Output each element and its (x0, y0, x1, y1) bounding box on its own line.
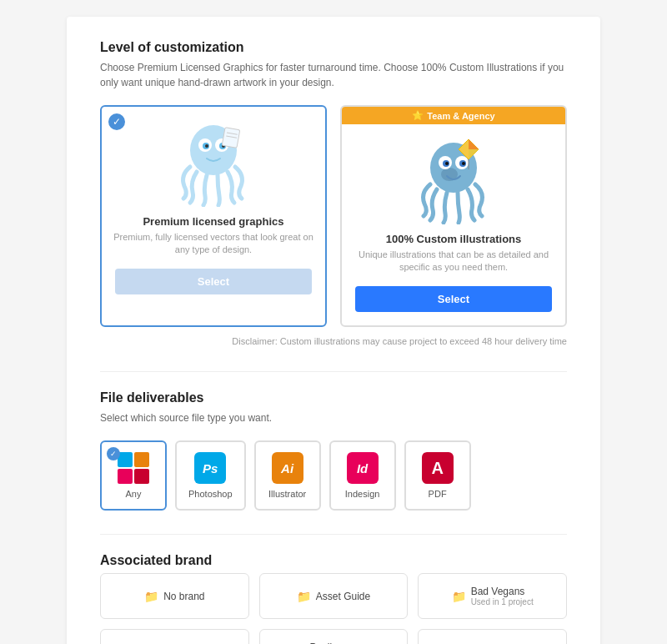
brand-grid: 📁 No brand 📁 Asset Guide 📁 Bad Vegans Us… (100, 573, 567, 644)
illustrator-icon: Ai (272, 452, 303, 484)
svg-rect-7 (222, 128, 240, 148)
divider-2 (100, 534, 567, 535)
brand-no-brand[interactable]: 📁 No brand (100, 573, 249, 619)
file-type-pdf[interactable]: A PDF (404, 440, 471, 511)
premium-card-label: Premium licensed graphics (102, 215, 325, 228)
customization-section: Level of customization Choose Premium Li… (100, 40, 567, 348)
svg-point-5 (205, 144, 208, 148)
brand-name-no-brand: No brand (163, 591, 204, 602)
brand-marvel[interactable]: 📁 Marvel (100, 629, 249, 644)
check-icon: ✓ (108, 113, 125, 130)
file-type-indesign[interactable]: Id Indesign (329, 440, 396, 511)
star-icon: ⭐ (412, 110, 424, 121)
brand-penji[interactable]: 📁 Penji Used in 9 projects (259, 629, 409, 644)
file-deliverables-desc: Select which source file type you want. (100, 410, 567, 425)
brand-new-brand[interactable]: 📁 New brand (418, 629, 567, 644)
brand-bad-vegans[interactable]: 📁 Bad Vegans Used in 1 project (418, 573, 567, 619)
associated-brand-section: Associated brand 📁 No brand 📁 Asset Guid… (100, 553, 567, 644)
team-badge: ⭐ Team & Agency (342, 107, 565, 124)
photoshop-label: Photoshop (188, 489, 233, 499)
any-icon (118, 452, 149, 484)
file-deliverables-title: File deliverables (100, 390, 567, 405)
pdf-label: PDF (418, 489, 458, 499)
file-type-any[interactable]: ✓ Any (100, 440, 167, 511)
custom-card-label: 100% Custom illustrations (342, 233, 565, 245)
folder-icon-asset-guide: 📁 (297, 590, 311, 603)
octopus-illustration-color (412, 133, 495, 224)
customization-cards: ✓ (100, 105, 567, 327)
illustrator-label: Illustrator (268, 489, 308, 499)
custom-card-sublabel: Unique illustrations that can be as deta… (342, 249, 565, 274)
premium-card-image (102, 107, 325, 215)
customization-title: Level of customization (100, 40, 567, 55)
brand-name-asset-guide: Asset Guide (316, 591, 370, 602)
folder-icon-no-brand: 📁 (144, 590, 158, 603)
brand-sub-bad-vegans: Used in 1 project (471, 597, 534, 606)
custom-card-image (342, 124, 565, 233)
divider-1 (100, 371, 567, 372)
file-deliverables-section: File deliverables Select which source fi… (100, 390, 567, 511)
indesign-icon: Id (347, 452, 379, 484)
photoshop-icon: Ps (194, 452, 226, 484)
custom-card[interactable]: ⭐ Team & Agency (340, 105, 567, 327)
page-container: Level of customization Choose Premium Li… (67, 17, 600, 644)
file-type-photoshop[interactable]: Ps Photoshop (175, 440, 246, 511)
custom-select-button[interactable]: Select (355, 286, 552, 312)
associated-brand-title: Associated brand (100, 553, 567, 568)
disclaimer-text: Disclaimer: Custom illustrations may cau… (100, 335, 567, 348)
octopus-illustration-light (172, 115, 255, 207)
brand-name-bad-vegans: Bad Vegans (471, 586, 525, 597)
pdf-icon: A (422, 452, 454, 484)
file-type-illustrator[interactable]: Ai Illustrator (254, 440, 321, 511)
premium-select-button[interactable]: Select (115, 269, 312, 294)
brand-asset-guide[interactable]: 📁 Asset Guide (259, 573, 409, 619)
svg-point-17 (462, 162, 465, 165)
indesign-label: Indesign (343, 489, 383, 499)
file-types-row: ✓ Any Ps Photoshop Ai Illustrator (100, 440, 567, 511)
premium-card-sublabel: Premium, fully licensed vectors that loo… (102, 231, 325, 257)
premium-card[interactable]: ✓ (100, 105, 327, 327)
badge-label: Team & Agency (427, 111, 494, 121)
customization-desc: Choose Premium Licensed Graphics for fas… (100, 60, 567, 90)
svg-point-16 (445, 162, 449, 165)
folder-icon-bad-vegans: 📁 (452, 590, 466, 603)
any-label: Any (113, 489, 153, 499)
